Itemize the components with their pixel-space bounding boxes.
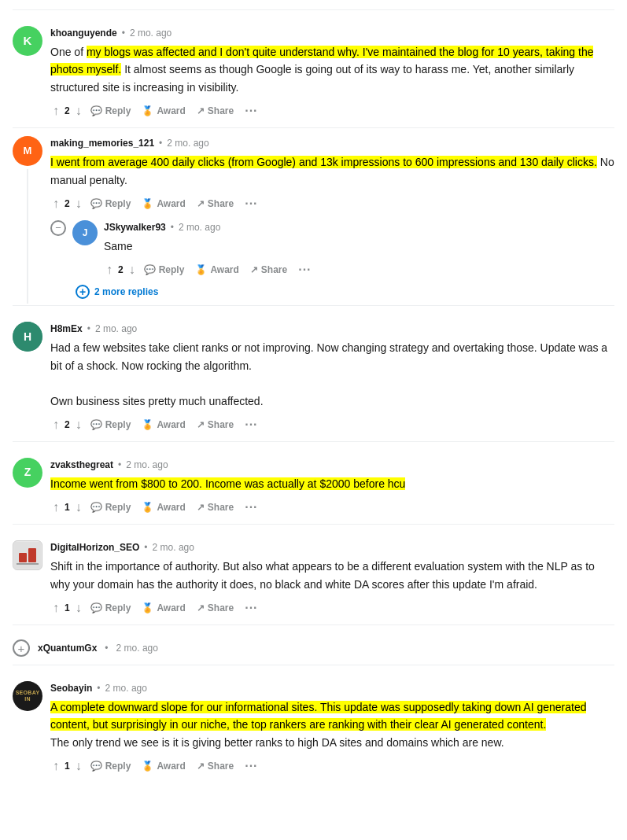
avatar-digitalhorizon	[13, 540, 42, 570]
more-btn-5[interactable]: ···	[240, 598, 262, 618]
upvote-7[interactable]: ↑	[50, 757, 61, 776]
comment-group-4: Z zvaksthegreat • 2 mo. ago Income went …	[13, 441, 614, 522]
reply-btn-3[interactable]: 💬 Reply	[86, 416, 136, 433]
highlight-4: Income went from $800 to 200. Income was…	[50, 477, 405, 490]
actions-2: ↑ 2 ↓ 💬 Reply 🏅 Award ↗ Share ···	[50, 193, 614, 214]
username-3: H8mEx	[50, 322, 83, 336]
circle-plus-icon: +	[76, 285, 90, 299]
share-btn-4[interactable]: ↗ Share	[192, 499, 238, 516]
comment-body-3: H8mEx • 2 mo. ago Had a few websites tak…	[50, 322, 614, 435]
more-btn-3[interactable]: ···	[240, 414, 262, 435]
award-btn-3[interactable]: 🏅 Award	[137, 416, 190, 433]
highlight-1: my blogs was affected and I don't quite …	[50, 46, 593, 76]
username-4: zvaksthegreat	[50, 458, 113, 472]
reply-btn-5[interactable]: 💬 Reply	[86, 599, 136, 617]
timestamp-6: 2 mo. ago	[116, 641, 158, 655]
h8mex-avatar-icon: H	[13, 322, 42, 352]
share-btn-2[interactable]: ↗ Share	[192, 195, 238, 212]
avatar-seobayin: SEOBAY IN	[13, 681, 42, 711]
timestamp-4: 2 mo. ago	[126, 458, 168, 472]
award-btn-jskywalker[interactable]: 🏅 Award	[190, 261, 243, 278]
username-7: Seobayin	[50, 681, 92, 695]
reply-text-jskywalker: Same	[104, 238, 614, 255]
highlight-7: A complete downward slope for our inform…	[50, 701, 586, 731]
comment-group-6: + xQuantumGx • 2 mo. ago	[13, 624, 614, 663]
nested-comment-jskywalker: − J JSkywalker93 • 2 mo. ago Same	[50, 220, 614, 304]
downvote-3[interactable]: ↓	[73, 415, 84, 434]
comments-container: K khoanguyende • 2 mo. ago One of my blo…	[13, 9, 614, 781]
comment-6: + xQuantumGx • 2 mo. ago	[13, 633, 614, 663]
comment-text-2: I went from average 400 daily clicks (fr…	[50, 153, 614, 189]
actions-7: ↑ 1 ↓ 💬 Reply 🏅 Award ↗ Share ···	[50, 756, 614, 776]
digitalhorizon-avatar-icon	[14, 542, 41, 569]
reply-actions-jskywalker: ↑ 2 ↓ 💬 Reply 🏅 Award ↗ Share ···	[104, 260, 614, 280]
avatar-zvaksthegreat: Z	[13, 458, 42, 488]
more-btn-2[interactable]: ···	[240, 193, 262, 214]
comment-4: Z zvaksthegreat • 2 mo. ago Income went …	[13, 450, 614, 522]
award-btn-4[interactable]: 🏅 Award	[137, 499, 190, 516]
reply-btn-2[interactable]: 💬 Reply	[86, 195, 136, 212]
svg-text:H: H	[24, 330, 31, 343]
comment-meta-2: making_memories_121 • 2 mo. ago	[50, 136, 614, 150]
avatar-jskywalker: J	[72, 220, 98, 245]
comment-body-1: khoanguyende • 2 mo. ago One of my blogs…	[50, 26, 614, 121]
downvote-1[interactable]: ↓	[73, 101, 84, 120]
upvote-3[interactable]: ↑	[50, 415, 61, 434]
upvote-1[interactable]: ↑	[50, 101, 61, 120]
reply-btn-4[interactable]: 💬 Reply	[86, 499, 136, 516]
downvote-5[interactable]: ↓	[73, 599, 84, 617]
reply-btn-jskywalker[interactable]: 💬 Reply	[139, 261, 190, 278]
vote-count-1: 2	[63, 101, 72, 121]
upvote-jskywalker[interactable]: ↑	[104, 260, 115, 279]
actions-5: ↑ 1 ↓ 💬 Reply 🏅 Award ↗ Share ···	[50, 598, 614, 618]
share-btn-jskywalker[interactable]: ↗ Share	[245, 261, 292, 278]
share-btn-5[interactable]: ↗ Share	[192, 599, 238, 617]
vote-count-5: 1	[63, 598, 72, 618]
more-btn-1[interactable]: ···	[240, 101, 262, 121]
comment-body-7: Seobayin • 2 mo. ago A complete downward…	[50, 681, 614, 776]
comment-body-5: DigitalHorizon_SEO • 2 mo. ago Shift in …	[50, 540, 614, 618]
award-btn-5[interactable]: 🏅 Award	[137, 599, 190, 617]
more-btn-jskywalker[interactable]: ···	[293, 260, 315, 280]
upvote-2[interactable]: ↑	[50, 194, 61, 213]
downvote-4[interactable]: ↓	[73, 498, 84, 517]
share-btn-7[interactable]: ↗ Share	[192, 757, 238, 775]
comment-text-4: Income went from $800 to 200. Income was…	[50, 475, 614, 492]
username-2: making_memories_121	[50, 136, 154, 150]
comment-text-1: One of my blogs was affected and I don't…	[50, 43, 614, 96]
downvote-jskywalker[interactable]: ↓	[127, 260, 138, 279]
timestamp-7: 2 mo. ago	[105, 681, 147, 695]
downvote-7[interactable]: ↓	[73, 757, 84, 776]
reply-btn-7[interactable]: 💬 Reply	[86, 757, 136, 775]
award-btn-1[interactable]: 🏅 Award	[137, 102, 190, 120]
highlight-2: I went from average 400 daily clicks (fr…	[50, 156, 597, 168]
comment-group-5: DigitalHorizon_SEO • 2 mo. ago Shift in …	[13, 524, 614, 623]
reply-username-jskywalker: JSkywalker93	[104, 220, 166, 234]
share-btn-1[interactable]: ↗ Share	[192, 102, 238, 120]
share-btn-3[interactable]: ↗ Share	[192, 416, 238, 433]
actions-1: ↑ 2 ↓ 💬 Reply 🏅 Award ↗ Share ···	[50, 101, 614, 121]
timestamp-3: 2 mo. ago	[95, 322, 137, 336]
downvote-2[interactable]: ↓	[73, 194, 84, 213]
timestamp-5: 2 mo. ago	[153, 540, 194, 554]
expand-comment-btn[interactable]: +	[13, 639, 30, 657]
award-btn-7[interactable]: 🏅 Award	[137, 757, 190, 775]
username-5: DigitalHorizon_SEO	[50, 540, 139, 554]
more-btn-7[interactable]: ···	[240, 756, 262, 776]
comment-3: H H8mEx • 2 mo. ago Had a few websites t…	[13, 314, 614, 440]
more-btn-4[interactable]: ···	[240, 497, 262, 518]
more-replies-btn[interactable]: + 2 more replies	[72, 280, 161, 304]
comment-text-7: A complete downward slope for our inform…	[50, 698, 614, 751]
comment-5: DigitalHorizon_SEO • 2 mo. ago Shift in …	[13, 532, 614, 623]
vote-count-4: 1	[63, 497, 72, 518]
upvote-5[interactable]: ↑	[50, 599, 61, 617]
upvote-4[interactable]: ↑	[50, 498, 61, 517]
reply-btn-1[interactable]: 💬 Reply	[86, 102, 136, 120]
collapse-thread-btn[interactable]: −	[50, 220, 66, 236]
vote-count-jskywalker: 2	[116, 260, 125, 280]
award-btn-2[interactable]: 🏅 Award	[137, 195, 190, 212]
svg-rect-4	[28, 548, 36, 562]
comment-group-7: SEOBAY IN Seobayin • 2 mo. ago A complet…	[13, 665, 614, 781]
comment-meta-7: Seobayin • 2 mo. ago	[50, 681, 614, 695]
comment-group-1: K khoanguyende • 2 mo. ago One of my blo…	[13, 9, 614, 126]
